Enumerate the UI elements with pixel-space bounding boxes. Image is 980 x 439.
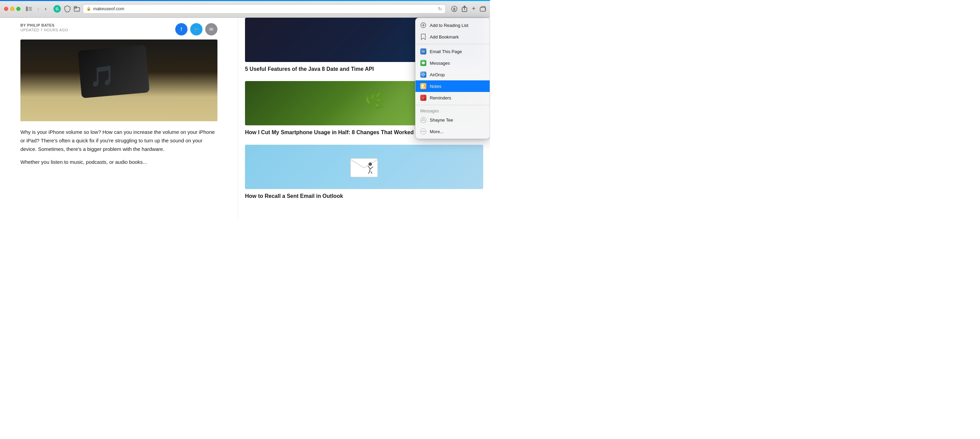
tab-overview-button[interactable] xyxy=(74,6,80,11)
lock-icon: 🔒 xyxy=(86,6,91,11)
svg-point-13 xyxy=(422,73,424,76)
menu-section-contacts: Messages Shayne Tee xyxy=(415,105,490,139)
sidebar-toggle-button[interactable] xyxy=(26,6,32,12)
add-bookmark-item[interactable]: Add Bookmark xyxy=(415,31,490,43)
bookmark-icon xyxy=(420,34,426,40)
svg-rect-2 xyxy=(29,8,32,9)
contact-avatar-icon xyxy=(420,117,426,123)
airdrop-label: AirDrop xyxy=(430,72,445,77)
article-paragraph-2: Whether you listen to music, podcasts, o… xyxy=(21,158,218,166)
share-dropdown-menu: Add to Reading List Add Bookmark ✉ Email… xyxy=(415,18,490,139)
top-bar-accent xyxy=(0,0,490,1)
twitter-share-button[interactable]: 🐦 xyxy=(190,23,202,35)
author-name: BY PHILIP BATES xyxy=(21,23,68,27)
reading-list-icon xyxy=(420,22,426,28)
svg-point-15 xyxy=(422,118,424,120)
download-button[interactable] xyxy=(451,6,457,12)
add-to-reading-list-item[interactable]: Add to Reading List xyxy=(415,19,490,31)
article-body: Why is your iPhone volume so low? How ca… xyxy=(21,128,218,166)
minimize-button[interactable] xyxy=(10,7,14,11)
menu-section-apps: ✉ Email This Page 💬 Messages AirDrop xyxy=(415,44,490,105)
messages-item[interactable]: 💬 Messages xyxy=(415,57,490,69)
airdrop-item[interactable]: AirDrop xyxy=(415,69,490,80)
url-text: makeuseof.com xyxy=(93,6,124,11)
facebook-share-button[interactable]: f xyxy=(175,23,188,35)
messages-label: Messages xyxy=(430,61,450,66)
traffic-lights xyxy=(4,7,21,11)
article-meta: BY PHILIP BATES UPDATED 7 HOURS AGO f 🐦 … xyxy=(21,18,218,40)
fullscreen-button[interactable] xyxy=(16,7,21,11)
reminders-app-icon: ✓ xyxy=(420,95,426,101)
article-paragraph-1: Why is your iPhone volume so low? How ca… xyxy=(21,128,218,153)
sidebar-article-email[interactable]: How to Recall a Sent Email in Outlook xyxy=(245,145,483,200)
more-label: More... xyxy=(430,129,443,134)
mail-app-icon: ✉ xyxy=(420,48,426,54)
add-to-reading-list-label: Add to Reading List xyxy=(430,23,468,28)
airdrop-app-icon xyxy=(420,72,426,78)
new-tab-button[interactable]: + xyxy=(472,5,476,13)
shield-extension-icon[interactable] xyxy=(64,5,71,13)
notes-item[interactable]: 📝 Notes xyxy=(415,80,490,92)
sidebar-email-title: How to Recall a Sent Email in Outlook xyxy=(245,192,483,200)
share-button[interactable] xyxy=(461,5,468,12)
article-hero-image xyxy=(21,40,218,121)
article-image-placeholder xyxy=(21,40,218,121)
back-button[interactable]: ‹ xyxy=(36,5,40,13)
social-share-buttons: f 🐦 ✉ xyxy=(175,23,218,35)
svg-point-19 xyxy=(424,131,425,132)
close-button[interactable] xyxy=(4,7,8,11)
updated-time: UPDATED 7 HOURS AGO xyxy=(21,28,68,32)
svg-rect-0 xyxy=(26,6,28,11)
grammarly-extension-icon[interactable]: G xyxy=(53,5,61,13)
more-item[interactable]: More... xyxy=(415,126,490,137)
address-bar[interactable]: 🔒 makeuseof.com ↻ xyxy=(83,4,446,14)
messages-app-icon: 💬 xyxy=(420,60,426,66)
email-this-page-label: Email This Page xyxy=(430,49,462,54)
notes-app-icon: 📝 xyxy=(420,83,426,89)
reminders-item[interactable]: ✓ Reminders xyxy=(415,92,490,104)
tab-switcher-button[interactable] xyxy=(480,6,486,11)
reload-icon[interactable]: ↻ xyxy=(438,6,442,11)
svg-rect-1 xyxy=(29,7,32,8)
svg-point-21 xyxy=(369,163,372,166)
svg-point-14 xyxy=(421,117,426,123)
messages-section-label: Messages xyxy=(415,107,490,114)
svg-rect-9 xyxy=(480,8,485,11)
article-section: BY PHILIP BATES UPDATED 7 HOURS AGO f 🐦 … xyxy=(0,18,238,219)
email-share-button[interactable]: ✉ xyxy=(205,23,218,35)
author-info: BY PHILIP BATES UPDATED 7 HOURS AGO xyxy=(21,23,68,32)
add-bookmark-label: Add Bookmark xyxy=(430,34,459,40)
svg-rect-3 xyxy=(29,10,32,11)
browser-chrome: ‹ › G 🔒 makeuseof.com ↻ xyxy=(0,0,490,18)
email-this-page-item[interactable]: ✉ Email This Page xyxy=(415,46,490,57)
toolbar-right: + xyxy=(451,5,486,13)
svg-point-18 xyxy=(422,131,423,132)
email-image-placeholder xyxy=(245,145,483,189)
shayne-tee-label: Shayne Tee xyxy=(430,118,453,123)
reminders-label: Reminders xyxy=(430,95,451,101)
menu-section-top: Add to Reading List Add Bookmark xyxy=(415,18,490,44)
more-icon xyxy=(420,128,426,134)
forward-button[interactable]: › xyxy=(43,5,48,13)
shayne-tee-contact-item[interactable]: Shayne Tee xyxy=(415,114,490,126)
sidebar-email-image xyxy=(245,145,483,189)
svg-point-17 xyxy=(423,131,424,132)
notes-label: Notes xyxy=(430,84,441,89)
